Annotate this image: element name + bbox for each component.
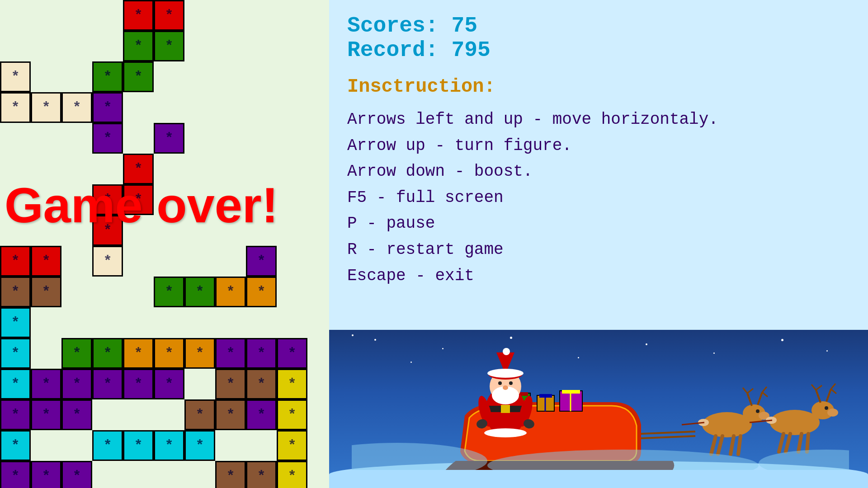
svg-line-20 [816,390,821,403]
tetris-cell: * [277,430,307,461]
svg-point-46 [487,369,524,378]
tetris-cell: * [0,246,31,277]
instruction-line-2: Arrow up - turn figure. [347,133,850,159]
svg-line-29 [807,434,808,452]
tetris-cell: * [31,399,61,430]
tetris-cell: * [184,338,215,369]
svg-point-49 [509,381,513,385]
tetris-cell: * [246,369,277,399]
svg-line-8 [762,387,767,392]
svg-line-7 [758,392,762,405]
tetris-cell: * [154,277,184,307]
tetris-cell: * [215,338,246,369]
svg-line-24 [831,384,835,389]
svg-line-12 [731,436,734,454]
scores-display: Scores: 75 [347,14,850,38]
tetris-cell: * [31,461,61,488]
instruction-line-7: Escape - exit [347,263,850,289]
instructions-list: Arrows left and up - move horizontaly. A… [347,107,850,289]
star [510,337,512,339]
svg-line-58 [641,432,695,434]
svg-line-26 [779,434,783,452]
tetris-cell: * [154,123,184,154]
svg-line-28 [798,434,802,452]
tetris-cell: * [92,430,123,461]
tetris-cell: * [277,399,307,430]
tetris-cell: * [246,246,277,277]
game-panel: ****************************************… [0,0,329,488]
svg-rect-52 [501,405,510,413]
tetris-cell: * [246,461,277,488]
santa-panel [329,330,868,488]
tetris-cell: * [215,277,246,307]
instruction-line-6: R - restart game [347,237,850,263]
star [352,334,354,336]
svg-point-18 [827,408,838,417]
svg-point-45 [503,348,510,355]
tetris-cell: * [154,0,184,31]
svg-line-10 [711,436,716,454]
svg-line-6 [747,389,753,393]
tetris-cell: * [123,0,154,31]
svg-line-21 [811,385,816,390]
svg-point-53 [484,428,527,437]
tetris-cell: * [0,430,31,461]
svg-point-3 [756,409,760,413]
svg-line-4 [747,393,752,406]
tetris-cell: * [123,430,154,461]
santa-scene [352,343,849,470]
tetris-cell: * [246,399,277,430]
tetris-cell: * [92,123,123,154]
star [374,339,376,341]
tetris-cell: * [123,31,154,61]
right-panel: Scores: 75 Record: 795 Insctruction: Arr… [329,0,868,488]
svg-line-25 [831,389,836,394]
instruction-title: Insctruction: [347,76,850,98]
tetris-cell: * [123,338,154,369]
tetris-cell: * [0,61,31,92]
tetris-cell: * [123,369,154,399]
svg-line-11 [718,436,722,454]
tetris-cell: * [154,430,184,461]
svg-line-22 [816,385,822,390]
tetris-cell: * [215,399,246,430]
tetris-cell: * [123,61,154,92]
tetris-board: ****************************************… [0,0,329,488]
tetris-cell: * [61,92,92,123]
tetris-cell: * [184,430,215,461]
tetris-cell: * [0,277,31,307]
instruction-line-5: P - pause [347,211,850,237]
tetris-cell: * [92,246,123,277]
instruction-line-4: F5 - full screen [347,185,850,211]
info-panel: Scores: 75 Record: 795 Insctruction: Arr… [329,0,868,330]
tetris-cell: * [154,338,184,369]
tetris-cell: * [0,338,31,369]
svg-point-62 [759,450,849,470]
tetris-cell: * [246,338,277,369]
tetris-cell: * [31,246,61,277]
svg-line-13 [738,436,741,454]
scores-section: Scores: 75 Record: 795 [347,14,850,62]
tetris-cell: * [215,369,246,399]
tetris-cell: * [92,338,123,369]
tetris-cell: * [0,92,31,123]
tetris-cell: * [154,369,184,399]
tetris-cell: * [92,369,123,399]
svg-line-27 [786,434,790,452]
tetris-cell: * [61,338,92,369]
star [781,339,783,341]
game-over-text: Game over! [5,176,278,234]
svg-line-9 [762,392,768,397]
tetris-cell: * [31,92,61,123]
tetris-cell: * [277,369,307,399]
tetris-cell: * [277,461,307,488]
svg-point-48 [498,381,502,385]
record-display: Record: 795 [347,38,850,62]
tetris-cell: * [184,277,215,307]
tetris-cell: * [277,338,307,369]
tetris-cell: * [0,461,31,488]
tetris-cell: * [246,277,277,307]
tetris-cell: * [0,369,31,399]
instruction-line-3: Arrow down - boost. [347,159,850,185]
tetris-cell: * [215,461,246,488]
